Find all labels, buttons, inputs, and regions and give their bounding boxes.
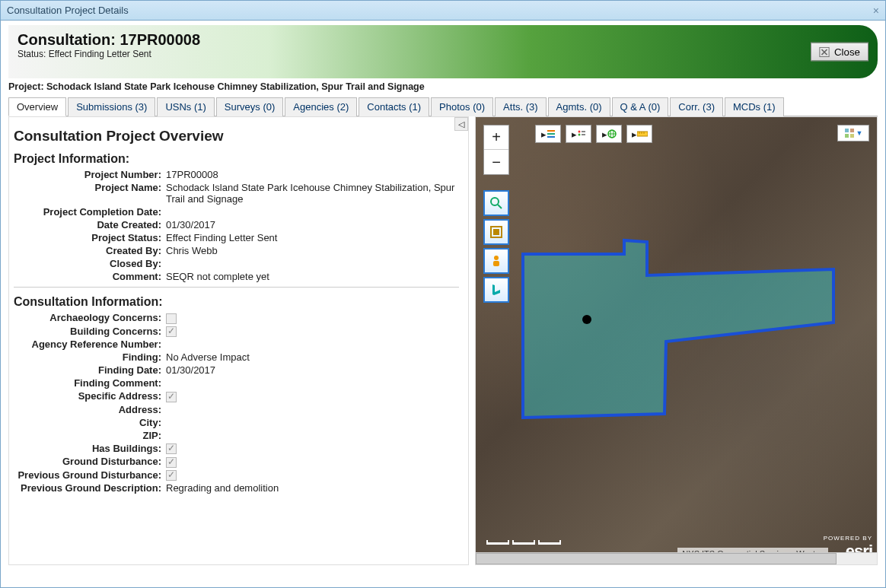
close-icon — [819, 46, 830, 57]
comment-label: Comment: — [14, 271, 166, 282]
tab-photos-0[interactable]: Photos (0) — [431, 97, 493, 116]
map-horizontal-scrollbar[interactable] — [476, 552, 877, 564]
tab-surveys-0[interactable]: Surveys (0) — [216, 97, 283, 116]
agency-ref-label: Agency Reference Number: — [14, 338, 166, 350]
address-label: Address: — [14, 404, 166, 415]
tab-q-a-0[interactable]: Q & A (0) — [612, 97, 669, 116]
svg-point-12 — [578, 134, 580, 136]
tab-agencies-2[interactable]: Agencies (2) — [285, 97, 357, 116]
ground-disturbance-checkbox[interactable] — [166, 457, 177, 468]
divider — [14, 287, 459, 288]
toolbar-group-2: ▸ — [566, 125, 591, 143]
layers-menu-button[interactable]: ▸ — [536, 126, 560, 142]
zoom-out-button[interactable]: − — [484, 150, 508, 174]
globe-menu-button[interactable]: ▸ — [597, 126, 621, 142]
svg-rect-5 — [493, 229, 499, 235]
date-created-value: 01/30/2017 — [166, 219, 459, 230]
streetview-tool-button[interactable] — [483, 248, 509, 274]
closed-by-label: Closed By: — [14, 258, 166, 269]
finding-date-label: Finding Date: — [14, 364, 166, 376]
svg-rect-18 — [637, 132, 648, 136]
tabs-bar: OverviewSubmissions (3)USNs (1)Surveys (… — [8, 97, 878, 116]
svg-point-2 — [491, 198, 499, 205]
consultation-title: Consultation: 17PR00008 — [18, 31, 868, 49]
globe-icon — [607, 129, 617, 138]
layers-icon — [547, 129, 556, 138]
extent-icon — [489, 225, 503, 239]
consultation-info-heading: Consultation Information: — [14, 295, 459, 309]
tab-submissions-3[interactable]: Submissions (3) — [68, 97, 155, 116]
overview-panel[interactable]: ◁ Consultation Project Overview Project … — [8, 116, 469, 565]
window-close-icon[interactable]: × — [873, 5, 879, 17]
project-number-label: Project Number: — [14, 169, 166, 180]
basemap-toggle-button[interactable]: ▼ — [837, 125, 869, 141]
tab-atts-3[interactable]: Atts. (3) — [495, 97, 547, 116]
prev-ground-disturbance-label: Previous Ground Disturbance: — [14, 469, 166, 482]
legend-menu-button[interactable]: ▸ — [566, 126, 591, 142]
tab-contacts-1[interactable]: Contacts (1) — [359, 97, 429, 116]
tab-usns-1[interactable]: USNs (1) — [157, 97, 214, 116]
bing-tool-button[interactable] — [483, 277, 509, 303]
project-marker[interactable] — [582, 315, 591, 324]
project-status-value: Effect Finding Letter Sent — [166, 232, 459, 243]
chevron-down-icon: ▼ — [856, 129, 863, 137]
svg-rect-9 — [547, 133, 555, 135]
specific-address-checkbox[interactable] — [166, 392, 177, 402]
created-by-value: Chris Webb — [166, 245, 459, 256]
zip-value — [166, 430, 459, 441]
svg-rect-13 — [582, 131, 585, 132]
person-icon — [489, 254, 503, 268]
panel-collapse-icon[interactable]: ◁ — [454, 117, 468, 131]
project-name-label: Project Name: — [14, 182, 166, 205]
closed-by-value — [166, 258, 459, 269]
consultation-window: Consultation Project Details × Consultat… — [0, 0, 886, 588]
overview-heading: Consultation Project Overview — [14, 128, 459, 145]
pcd-value — [166, 206, 459, 218]
city-value — [166, 417, 459, 428]
ground-disturbance-label: Ground Disturbance: — [14, 456, 166, 468]
finding-comment-value — [166, 377, 459, 389]
measure-menu-button[interactable]: ▸ — [627, 126, 652, 142]
close-button[interactable]: Close — [811, 43, 868, 62]
comment-value: SEQR not complete yet — [166, 271, 459, 282]
map-toolbar: ▸ ▸ ▸ ▸ — [535, 125, 869, 143]
project-status-label: Project Status: — [14, 232, 166, 243]
scale-bar — [486, 540, 561, 545]
svg-rect-22 — [845, 129, 849, 132]
tab-agmts-0[interactable]: Agmts. (0) — [548, 97, 610, 116]
identify-tool-button[interactable] — [483, 190, 509, 216]
grid-icon — [844, 128, 855, 138]
prev-ground-desc-value: Regrading and demolition — [166, 482, 459, 494]
specific-address-label: Specific Address: — [14, 390, 166, 402]
svg-rect-14 — [582, 134, 585, 135]
tab-overview[interactable]: Overview — [8, 97, 66, 116]
arch-concerns-checkbox[interactable] — [166, 313, 177, 324]
esri-powered-label: POWERED BY — [824, 535, 872, 542]
title-bar: Consultation Project Details × — [1, 1, 885, 21]
date-created-label: Date Created: — [14, 219, 166, 230]
finding-comment-label: Finding Comment: — [14, 377, 166, 389]
svg-rect-8 — [547, 130, 555, 132]
finding-date-value: 01/30/2017 — [166, 364, 459, 376]
content-area: ◁ Consultation Project Overview Project … — [8, 116, 878, 565]
scrollbar-thumb[interactable] — [476, 553, 837, 564]
building-concerns-checkbox[interactable] — [166, 326, 177, 337]
bing-icon — [489, 283, 503, 297]
created-by-label: Created By: — [14, 245, 166, 256]
svg-point-6 — [494, 256, 499, 260]
zoom-in-button[interactable]: + — [484, 126, 508, 150]
toolbar-group-1: ▸ — [535, 125, 561, 143]
has-buildings-checkbox[interactable] — [166, 443, 177, 454]
finding-value: No Adverse Impact — [166, 351, 459, 363]
project-boundary-polygon[interactable] — [476, 117, 872, 543]
tab-corr-3[interactable]: Corr. (3) — [670, 97, 723, 116]
svg-rect-10 — [547, 136, 555, 138]
tab-mcds-1[interactable]: MCDs (1) — [725, 97, 784, 116]
prev-ground-disturbance-checkbox[interactable] — [166, 470, 177, 481]
map-panel[interactable]: + − ▸ ▸ ▸ ▸ — [475, 116, 878, 565]
zoom-control: + − — [483, 125, 509, 175]
svg-rect-7 — [493, 261, 499, 266]
extent-tool-button[interactable] — [483, 219, 509, 245]
zip-label: ZIP: — [14, 430, 166, 441]
address-value — [166, 404, 459, 415]
